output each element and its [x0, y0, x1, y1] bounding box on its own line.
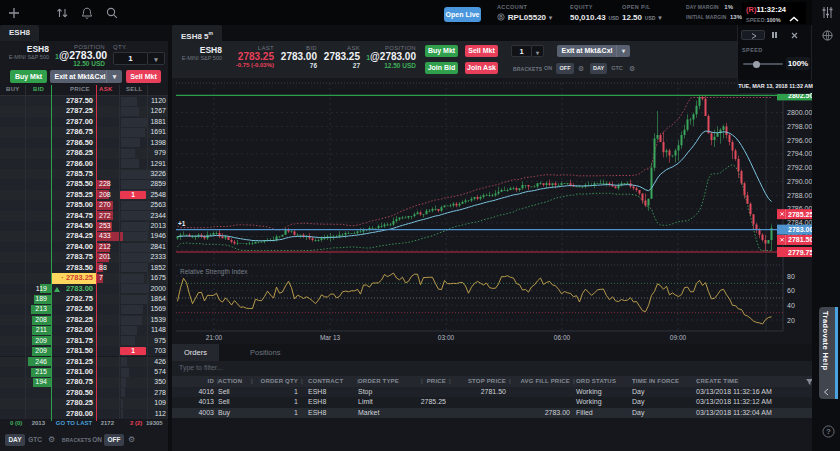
bell-icon[interactable] [81, 7, 93, 20]
orders-col-header[interactable]: CREATE TIME [696, 376, 806, 387]
ask-size[interactable]: 270 [99, 200, 125, 210]
price-cell[interactable]: 2782.75 [33, 294, 93, 304]
chart-qty-dropdown[interactable]: ▾ [531, 45, 544, 57]
ask-size[interactable]: 253 [99, 221, 125, 231]
dom-sell-mkt-button[interactable]: Sell Mkt [126, 70, 161, 83]
replay-play-button[interactable] [741, 30, 765, 40]
replay-clock[interactable]: (R)11:32:24 SPEED:100% [742, 2, 806, 24]
open-pl-block[interactable]: OPEN P/L 12.50 USD ▾ [622, 4, 662, 22]
price-cell[interactable]: 2780.50 [33, 388, 93, 398]
ask-size[interactable]: 88 [99, 263, 125, 273]
dom-tif-day[interactable]: DAY [5, 434, 25, 446]
ask-size[interactable]: 212 [99, 242, 125, 252]
chart-tif-gear-icon[interactable]: ⚙ [629, 65, 635, 73]
help-tab[interactable]: Tradovate Help [819, 307, 838, 399]
price-cell[interactable]: 2787.50 [33, 96, 93, 106]
chart-exit-dropdown[interactable]: ▾ [616, 45, 630, 57]
last-price-cell[interactable]: · 2783.25 [52, 273, 96, 283]
replay-speed-slider[interactable] [743, 63, 783, 65]
chart-brackets-gear-icon[interactable]: ⚙ [578, 65, 584, 73]
orders-col-header[interactable]: AVG FILL PRICE [512, 376, 570, 387]
price-cell[interactable]: 2781.75 [33, 336, 93, 346]
price-cell[interactable]: 2786.00 [33, 159, 93, 169]
pause-icon[interactable] [772, 32, 777, 38]
price-cell[interactable]: 2780.75 [33, 377, 93, 387]
price-cell[interactable]: 2785.25 [33, 190, 93, 200]
ask-size[interactable]: 228 [99, 179, 125, 189]
dom-brackets-off[interactable]: OFF [104, 434, 124, 446]
price-cell[interactable]: 2786.75 [33, 127, 93, 137]
price-chart[interactable]: 2800.002798.002796.002794.002792.002790.… [172, 78, 812, 344]
dom-exit-button[interactable]: Exit at Mkt&Cxl ▾ [50, 70, 122, 83]
orders-col-header[interactable]: STOP PRICE [460, 376, 506, 387]
orders-col-header[interactable]: TIME IN FORCE [632, 376, 694, 387]
collapse-chevron-icon[interactable] [789, 16, 799, 22]
chart-join-ask-button[interactable]: Join Ask [465, 62, 498, 74]
price-cell[interactable]: 2783.50 [33, 263, 93, 273]
axis-price-badge[interactable]: 2781.50 [777, 235, 812, 245]
ladder-header-ask[interactable]: ASK [99, 86, 113, 92]
ladder-header-price[interactable]: PRICE [70, 86, 90, 92]
dom-buy-mkt-button[interactable]: Buy Mkt [10, 70, 47, 83]
price-cell[interactable]: 2784.75 [33, 211, 93, 221]
axis-price-badge[interactable]: 2785.25 [777, 209, 812, 219]
go-to-last-button[interactable]: GO TO LAST [54, 420, 94, 426]
chart-tab[interactable]: ESH8 5m [172, 25, 222, 41]
globe-icon[interactable] [822, 30, 833, 41]
sliders-icon[interactable] [822, 7, 833, 18]
dom-brackets-on[interactable]: ON [90, 434, 104, 446]
price-cell[interactable]: 2785.75 [33, 169, 93, 179]
chart-buy-mkt-button[interactable]: Buy Mkt [425, 45, 458, 57]
price-cell[interactable]: 2784.25 [33, 231, 93, 241]
orders-col-header[interactable]: ORD STATUS [576, 376, 630, 387]
chart-brackets-off[interactable]: OFF [556, 63, 574, 74]
orders-tab[interactable]: Orders [172, 344, 219, 361]
price-ladder[interactable]: 2787.5011202787.2512672787.0018812786.75… [0, 96, 168, 451]
ask-size[interactable]: 272 [99, 211, 125, 221]
chart-brackets-on[interactable]: ON [542, 63, 554, 74]
account-block[interactable]: ACCOUNT B RPL05520 ▾ [497, 4, 552, 22]
replay-speed-slider-handle[interactable] [753, 61, 760, 68]
replay-close-icon[interactable] [791, 32, 798, 39]
help-icon[interactable]: ? [822, 425, 835, 438]
ask-size[interactable]: 7 [99, 273, 125, 283]
open-live-button[interactable]: Open Live [444, 7, 481, 22]
ladder-header-bid[interactable]: BID [33, 86, 44, 92]
price-cell[interactable]: 2785.00 [33, 200, 93, 210]
dom-tab[interactable]: ESH8 [0, 25, 39, 41]
dom-qty-input[interactable]: 1 [113, 52, 148, 65]
dom-exit-dropdown[interactable]: ▾ [106, 70, 122, 83]
dom-tif-gear-icon[interactable]: ⚙ [48, 436, 55, 444]
price-cell[interactable]: 2784.50 [33, 221, 93, 231]
positions-tab[interactable]: Positions [238, 344, 292, 361]
orders-filter-input[interactable]: Type to filter... [179, 364, 223, 371]
order-row[interactable]: 4003Buy1ESH8Market2783.00FilledDay03/13/… [172, 408, 812, 418]
ladder-header-sell[interactable]: SELL [126, 86, 143, 92]
chart-qty-input[interactable]: 1 [511, 45, 532, 57]
ask-size[interactable]: 201 [99, 252, 125, 262]
price-cell[interactable]: 2786.25 [33, 148, 93, 158]
orders-col-header[interactable]: ID [192, 376, 214, 387]
order-row[interactable]: 4016Sell1ESH8Stop2781.50WorkingDay03/13/… [172, 387, 812, 397]
price-cell[interactable]: 2780.00 [33, 409, 93, 419]
order-row[interactable]: 4013Sell1ESH8Limit2785.25WorkingDay03/13… [172, 397, 812, 407]
price-cell[interactable]: 2780.25 [33, 398, 93, 408]
price-cell[interactable]: 2782.00 [33, 325, 93, 335]
chart-join-bid-button[interactable]: Join Bid [425, 62, 458, 74]
price-cell[interactable]: 2784.00 [33, 242, 93, 252]
chart-exit-button[interactable]: Exit at Mkt&Cxl ▾ [557, 45, 630, 57]
orders-col-header[interactable]: PRICE [404, 376, 446, 387]
dom-tif-gtc[interactable]: GTC [27, 434, 43, 446]
orders-col-header[interactable]: CONTRACT [308, 376, 354, 387]
dom-qty-dropdown[interactable]: ▾ [147, 52, 165, 65]
price-cell[interactable]: 2786.50 [33, 138, 93, 148]
dom-brackets-gear-icon[interactable]: ⚙ [128, 436, 135, 444]
transfer-arrows-icon[interactable] [56, 7, 69, 19]
price-cell[interactable]: 2787.00 [33, 117, 93, 127]
price-cell[interactable]: 2787.25 [33, 106, 93, 116]
price-cell[interactable]: 2783.00 [33, 284, 93, 294]
ladder-header-buy[interactable]: BUY [6, 86, 20, 92]
orders-col-header[interactable]: ORDER QTY [252, 376, 298, 387]
price-cell[interactable]: 2781.25 [33, 357, 93, 367]
price-cell[interactable]: 2782.25 [33, 315, 93, 325]
